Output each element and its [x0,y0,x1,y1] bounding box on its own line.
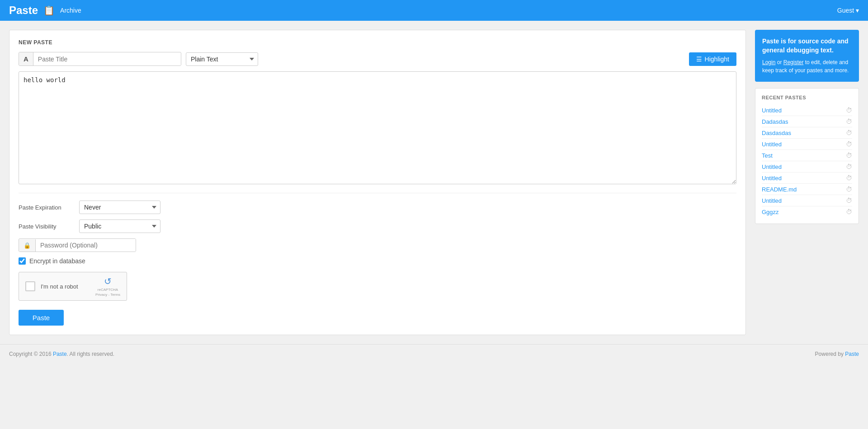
list-item: Dasdasdas ⏱ [762,127,852,139]
recent-paste-link[interactable]: Gggzz [762,209,779,215]
footer-copyright: Copyright © 2016 Paste. All rights reser… [9,351,114,357]
list-item: Dadasdas ⏱ [762,116,852,127]
list-item: Test ⏱ [762,150,852,161]
paste-title-input[interactable] [33,53,181,65]
clock-icon[interactable]: ⏱ [846,174,852,182]
footer: Copyright © 2016 Paste. All rights reser… [0,344,868,364]
recent-pastes-heading: RECENT PASTES [762,95,852,100]
highlight-label: Highlight [705,56,729,63]
recent-paste-link[interactable]: Untitled [762,197,782,204]
list-item: Gggzz ⏱ [762,206,852,217]
list-item: Untitled ⏱ [762,173,852,184]
right-panel: Paste is for source code and general deb… [755,30,859,335]
divider [19,193,736,193]
header: Paste 📋 Archive Guest ▾ [0,0,868,21]
password-input[interactable] [36,239,136,252]
powered-by-text: Powered by [815,351,845,357]
list-item: Untitled ⏱ [762,139,852,150]
footer-site-link[interactable]: Paste [53,351,67,357]
new-paste-heading: NEW PASTE [19,39,736,46]
register-link[interactable]: Register [783,59,804,65]
clock-icon[interactable]: ⏱ [846,208,852,215]
recent-paste-link[interactable]: Test [762,152,773,159]
footer-powered: Powered by Paste [815,351,859,357]
clock-icon[interactable]: ⏱ [846,107,852,114]
clock-icon[interactable]: ⏱ [846,118,852,125]
header-left: Paste 📋 Archive [9,4,81,17]
expiration-label: Paste Expiration [19,204,73,211]
recent-pastes-box: RECENT PASTES Untitled ⏱ Dadasdas ⏱ Dasd… [755,88,859,224]
paste-icon: 📋 [43,5,55,16]
highlight-button[interactable]: ☰ Highlight [689,52,736,66]
guest-menu[interactable]: Guest ▾ [837,7,859,14]
visibility-label: Paste Visibility [19,223,73,230]
encrypt-row: Encrypt in database [19,257,736,265]
info-or-text: or [775,59,783,65]
recaptcha-logo-area: ↺ reCAPTCHA Privacy - Terms [95,276,120,297]
recaptcha-brand: reCAPTCHA [98,288,118,292]
recent-paste-link[interactable]: Dasdasdas [762,130,791,136]
clock-icon[interactable]: ⏱ [846,163,852,170]
recent-paste-link[interactable]: Dadasdas [762,118,788,125]
submit-row: Paste [19,306,736,326]
highlight-icon: ☰ [696,56,702,63]
archive-link[interactable]: Archive [60,7,81,14]
recaptcha-links: Privacy - Terms [95,293,120,297]
info-box-title: Paste is for source code and general deb… [762,37,852,55]
recent-paste-link[interactable]: Untitled [762,107,782,114]
info-box-body: Login or Register to edit, delete and ke… [762,58,852,75]
title-prefix: A [19,52,33,65]
rights-text: . All rights reserved. [67,351,114,357]
list-item: Untitled ⏱ [762,105,852,116]
lock-icon: 🔒 [19,239,36,252]
encrypt-checkbox[interactable] [19,257,26,265]
recent-paste-link[interactable]: Untitled [762,141,782,148]
password-row: 🔒 [19,238,736,252]
clock-icon[interactable]: ⏱ [846,152,852,159]
clock-icon[interactable]: ⏱ [846,197,852,204]
paste-textarea[interactable]: hello world [19,71,736,184]
list-item: README.md ⏱ [762,184,852,195]
copyright-text: Copyright © 2016 [9,351,53,357]
recaptcha-box[interactable]: I'm not a robot ↺ reCAPTCHA Privacy - Te… [19,272,127,301]
visibility-select[interactable]: Public Unlisted Private [79,219,160,233]
left-panel: NEW PASTE A Plain Text C C++ Java Python… [9,30,746,335]
password-wrapper: 🔒 [19,238,136,252]
recaptcha-label: I'm not a robot [41,283,90,290]
clock-icon[interactable]: ⏱ [846,140,852,148]
paste-submit-button[interactable]: Paste [19,310,64,326]
list-item: Untitled ⏱ [762,161,852,173]
recaptcha-logo-icon: ↺ [104,276,112,287]
visibility-row: Paste Visibility Public Unlisted Private [19,219,736,233]
syntax-select[interactable]: Plain Text C C++ Java Python Ruby PHP HT… [186,52,258,66]
recent-pastes-list: Untitled ⏱ Dadasdas ⏱ Dasdasdas ⏱ Untitl… [762,105,852,217]
recent-paste-link[interactable]: README.md [762,186,797,193]
site-title[interactable]: Paste [9,4,38,17]
encrypt-label[interactable]: Encrypt in database [29,257,85,265]
expiration-row: Paste Expiration Never 10 Minutes 1 Hour… [19,201,736,214]
expiration-select[interactable]: Never 10 Minutes 1 Hour 1 Day 1 Week 2 W… [79,201,160,214]
clock-icon[interactable]: ⏱ [846,186,852,193]
list-item: Untitled ⏱ [762,195,852,206]
info-box: Paste is for source code and general deb… [755,30,859,82]
form-fields: Paste Expiration Never 10 Minutes 1 Hour… [19,201,736,326]
title-input-wrapper: A [19,52,181,66]
recaptcha-checkbox[interactable] [25,281,35,291]
clock-icon[interactable]: ⏱ [846,129,852,136]
recent-paste-link[interactable]: Untitled [762,175,782,182]
powered-link[interactable]: Paste [845,351,859,357]
top-bar: A Plain Text C C++ Java Python Ruby PHP … [19,52,736,66]
recent-paste-link[interactable]: Untitled [762,163,782,170]
login-link[interactable]: Login [762,59,775,65]
main-layout: NEW PASTE A Plain Text C C++ Java Python… [0,21,868,344]
